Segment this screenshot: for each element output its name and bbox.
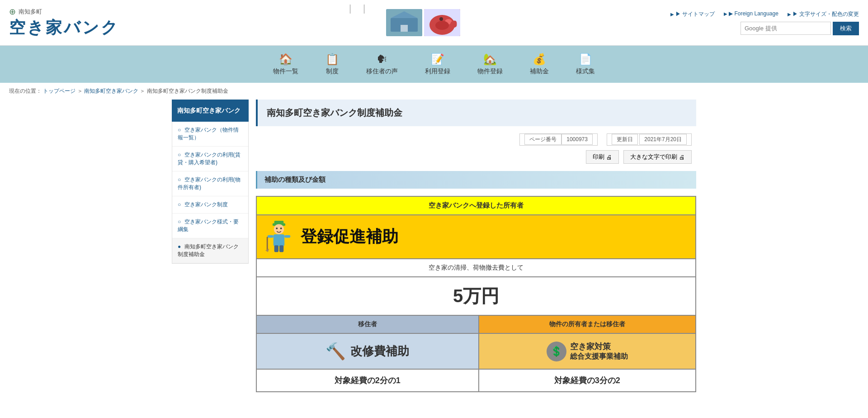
main-layout: 南知多町空き家バンク ○ 空き家バンク（物件情報一覧） ○ 空き家バンクの利用(… (163, 100, 705, 406)
svg-rect-17 (274, 245, 278, 252)
breadcrumb-bank[interactable]: 南知多町空き家バンク (84, 88, 138, 94)
svg-rect-14 (274, 234, 284, 246)
svg-point-8 (435, 21, 449, 30)
sidebar-link-system[interactable]: 空き家バンク制度 (184, 201, 228, 208)
nav-item-system[interactable]: 📋 制度 (312, 49, 353, 79)
breadcrumb: 現在の位置： トップページ ＞ 南知多町空き家バンク ＞ 南知多町空き家バンク制… (0, 83, 868, 100)
table-row-fractions: 対象経費の2分の1 対象経費の3分の2 (256, 369, 696, 392)
table-worker-cell: 登録促進補助 (256, 215, 696, 259)
bullet-icon: ○ (178, 176, 181, 183)
table-row-desc: 空き家の清掃、荷物撤去費として (256, 259, 696, 277)
bullet-icon: ○ (178, 218, 181, 225)
search-button[interactable]: 検索 (833, 22, 859, 35)
sidebar-item-system[interactable]: ○ 空き家バンク制度 (172, 196, 248, 214)
print-label: 印刷 (593, 153, 604, 161)
header-images (330, 5, 460, 41)
sidebar-link-forms[interactable]: 空き家バンク様式・要綱集 (178, 218, 239, 233)
table-row-header: 空き家バンクへ登録した所有者 (256, 196, 696, 215)
nav-label-listing: 物件一覧 (273, 67, 298, 76)
town-name: 南知多町 (19, 8, 42, 16)
svg-point-11 (274, 224, 284, 234)
nav-label-register: 利用登録 (425, 67, 450, 76)
table-comprehensive-cell: 💲 空き家対策 総合支援事業補助 (479, 333, 696, 369)
repair-text: 改修費補助 (350, 343, 409, 359)
page-number-label: ページ番号1000973 (519, 133, 598, 146)
table-col2-header: 物件の所有者または移住者 (479, 315, 696, 333)
comprehensive-text: 空き家対策 総合支援事業補助 (570, 341, 628, 361)
table-fraction-col1: 対象経費の2分の1 (256, 369, 479, 392)
worker-figure (264, 220, 293, 254)
table-fraction-col2: 対象経費の3分の2 (479, 369, 696, 392)
section-heading-1: 補助の種類及び金額 (256, 171, 696, 189)
print-large-button[interactable]: 大きな文字で印刷 🖨 (623, 150, 692, 164)
nav-item-listing[interactable]: 🏠 物件一覧 (259, 49, 312, 79)
nav-inner: 🏠 物件一覧 📋 制度 🗣 移住者の声 📝 利用登録 🏡 物件登録 💰 補助金 … (0, 49, 868, 79)
page-meta: ページ番号1000973 更新日 2021年7月20日 (256, 133, 696, 146)
print-large-label: 大きな文字で印刷 (630, 153, 677, 161)
registration-subsidy-title: 登録促進補助 (301, 226, 398, 248)
svg-point-13 (280, 228, 282, 229)
clipboard-icon: 📋 (326, 53, 339, 66)
sidebar-item-subsidy-active[interactable]: ● 南知多町空き家バンク制度補助金 (172, 238, 248, 263)
sidebar: 南知多町空き家バンク ○ 空き家バンク（物件情報一覧） ○ 空き家バンクの利用(… (172, 100, 249, 392)
svg-rect-3 (401, 25, 408, 32)
table-row-title: 登録促進補助 (256, 215, 696, 259)
sidebar-current-label: 南知多町空き家バンク制度補助金 (178, 243, 239, 257)
breadcrumb-sep1: ＞ (77, 88, 84, 94)
col2-sub1: 空き家対策 (570, 341, 628, 352)
nav-item-voices[interactable]: 🗣 移住者の声 (353, 49, 411, 79)
header-image-2 (424, 9, 460, 36)
svg-point-7 (439, 17, 443, 21)
foreign-lang-link[interactable]: ▶ Foreign Language (724, 10, 778, 18)
sidebar-item-renter[interactable]: ○ 空き家バンクの利用(賃貸・購入希望者) (172, 147, 248, 171)
logo-icon: ⊕ (9, 7, 16, 17)
bullet-icon: ○ (178, 201, 181, 208)
nav-item-forms[interactable]: 📄 様式集 (562, 49, 609, 79)
sitemap-link[interactable]: ▶ サイトマップ (670, 10, 715, 18)
print-bar: 印刷 🖨 大きな文字で印刷 🖨 (256, 150, 696, 164)
svg-rect-16 (284, 235, 290, 238)
header: ⊕ 南知多町 空き家バンク (0, 0, 868, 46)
col2-sub2: 総合支援事業補助 (570, 352, 628, 361)
home-icon: 🏠 (279, 53, 292, 66)
svg-rect-18 (279, 245, 283, 252)
bullet-icon: ○ (178, 152, 181, 158)
search-input[interactable] (741, 22, 831, 35)
sidebar-item-forms[interactable]: ○ 空き家バンク様式・要綱集 (172, 214, 248, 238)
header-right: ▶ サイトマップ ▶ Foreign Language ▶ 文字サイズ・配色の変… (670, 10, 859, 35)
sidebar-item-owner[interactable]: ○ 空き家バンクの利用(物件所有者) (172, 171, 248, 196)
font-size-link[interactable]: ▶ 文字サイズ・配色の変更 (788, 10, 859, 18)
bullet-icon: ● (178, 243, 181, 250)
sidebar-link-owner[interactable]: 空き家バンクの利用(物件所有者) (178, 176, 241, 190)
svg-point-12 (276, 228, 278, 229)
nav-label-subsidy: 補助金 (530, 67, 549, 76)
sidebar-link-listing[interactable]: 空き家バンク（物件情報一覧） (178, 127, 239, 141)
table-col1-header: 移住者 (256, 315, 479, 333)
edit-icon: 📝 (431, 53, 444, 66)
bullet-icon: ○ (178, 127, 181, 133)
house-icon: 🏡 (483, 53, 497, 66)
nav-label-voices: 移住者の声 (366, 67, 398, 76)
sidebar-title: 南知多町空き家バンク (172, 100, 249, 122)
svg-rect-10 (274, 221, 284, 224)
nav-label-forms: 様式集 (576, 67, 595, 76)
nav-item-subsidy[interactable]: 💰 補助金 (516, 49, 562, 79)
print-large-icon: 🖨 (679, 154, 685, 161)
worker-inner: 登録促進補助 (264, 220, 688, 254)
site-title: 空き家バンク (9, 17, 119, 39)
nav-item-register[interactable]: 📝 利用登録 (411, 49, 464, 79)
repair-inner: 🔨 改修費補助 (264, 342, 471, 361)
breadcrumb-home[interactable]: トップページ (43, 88, 75, 94)
sidebar-link-renter[interactable]: 空き家バンクの利用(賃貸・購入希望者) (178, 152, 241, 166)
doc-icon: 📄 (579, 53, 592, 66)
money-icon: 💰 (533, 53, 546, 66)
search-bar: 検索 (741, 22, 859, 35)
sidebar-menu: ○ 空き家バンク（物件情報一覧） ○ 空き家バンクの利用(賃貸・購入希望者) ○… (172, 122, 249, 264)
sidebar-item-listing[interactable]: ○ 空き家バンク（物件情報一覧） (172, 122, 248, 147)
nav-label-property-reg: 物件登録 (477, 67, 503, 76)
site-logo-area: ⊕ 南知多町 (9, 7, 119, 17)
print-button[interactable]: 印刷 🖨 (586, 150, 619, 164)
table-amount-cell: 5万円 (256, 277, 696, 315)
hammer-icon: 🔨 (326, 342, 346, 361)
nav-item-property-reg[interactable]: 🏡 物件登録 (464, 49, 516, 79)
